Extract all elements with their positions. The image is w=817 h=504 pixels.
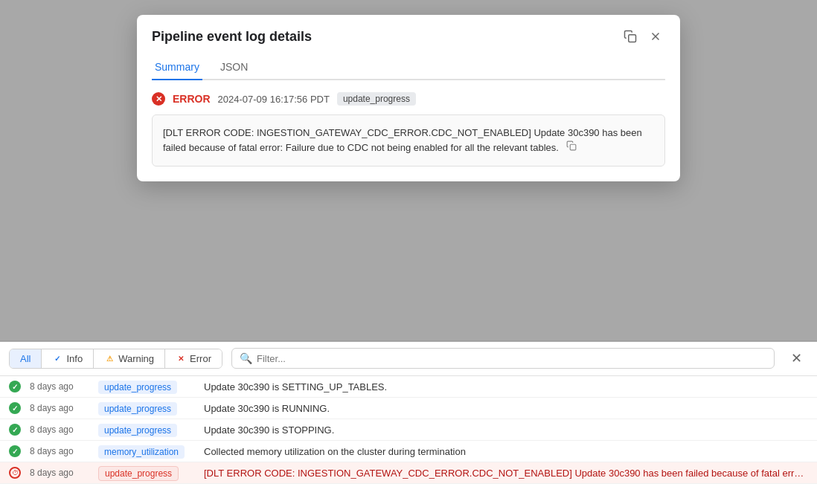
search-input[interactable]: [257, 353, 766, 364]
close-icon: [649, 30, 662, 43]
success-icon: ✓: [9, 402, 21, 414]
log-type: update_progress: [98, 424, 195, 436]
event-level: ERROR: [173, 93, 211, 105]
log-message: Update 30c390 is SETTING_UP_TABLES.: [204, 381, 808, 392]
log-type: update_progress: [98, 468, 195, 479]
filter-bar: All ✓ Info ⚠ Warning ✕ Error 🔍 ✕: [0, 341, 817, 376]
log-row[interactable]: ✓ 8 days ago memory_utilization Collecte…: [0, 441, 817, 462]
bottom-log-panel: All ✓ Info ⚠ Warning ✕ Error 🔍 ✕ ✓ 8 day…: [0, 340, 817, 504]
search-box: 🔍: [231, 348, 775, 369]
log-message: Update 30c390 is STOPPING.: [204, 424, 808, 436]
log-row[interactable]: ✓ 8 days ago update_progress Update 30c3…: [0, 398, 817, 419]
log-time: 8 days ago: [30, 468, 89, 478]
error-clock-icon: ⏱: [9, 467, 21, 479]
log-message: Update 30c390 is RUNNING.: [204, 403, 808, 414]
log-type: memory_utilization: [98, 446, 195, 457]
modal-header-actions: [621, 27, 665, 46]
success-icon: ✓: [9, 445, 21, 457]
filter-error-button[interactable]: ✕ Error: [165, 349, 222, 368]
error-label: Error: [190, 353, 211, 364]
modal-close-button[interactable]: [646, 27, 665, 46]
tab-json[interactable]: JSON: [217, 55, 251, 80]
modal-body: ✕ ERROR 2024-07-09 16:17:56 PDT update_p…: [137, 80, 680, 181]
search-icon: 🔍: [240, 352, 252, 364]
error-icon: ✕: [176, 353, 186, 364]
success-icon: ✓: [9, 424, 21, 436]
event-header: ✕ ERROR 2024-07-09 16:17:56 PDT update_p…: [152, 92, 665, 106]
warning-label: Warning: [118, 353, 154, 364]
filter-all-button[interactable]: All: [10, 349, 42, 368]
log-time: 8 days ago: [30, 403, 89, 413]
svg-rect-0: [629, 35, 636, 42]
log-row[interactable]: ✓ 8 days ago update_progress Update 30c3…: [0, 376, 817, 398]
log-table: ✓ 8 days ago update_progress Update 30c3…: [0, 376, 817, 484]
filter-button-group: All ✓ Info ⚠ Warning ✕ Error: [9, 349, 222, 369]
warning-icon: ⚠: [104, 353, 115, 364]
log-message: Collected memory utilization on the clus…: [204, 446, 808, 457]
log-row-error[interactable]: ⏱ 8 days ago update_progress [DLT ERROR …: [0, 462, 817, 484]
log-time: 8 days ago: [30, 381, 89, 392]
pipeline-event-log-modal: Pipeline event log details Summary JSON …: [137, 15, 680, 181]
copy-message-button[interactable]: [566, 140, 577, 155]
success-icon: ✓: [9, 381, 21, 392]
event-timestamp: 2024-07-09 16:17:56 PDT: [218, 94, 330, 105]
modal-title: Pipeline event log details: [152, 29, 312, 45]
copy-small-icon: [566, 140, 577, 151]
copy-icon: [624, 30, 637, 43]
log-time: 8 days ago: [30, 424, 89, 435]
modal-tabs: Summary JSON: [152, 55, 665, 80]
modal-header: Pipeline event log details: [137, 15, 680, 46]
log-type: update_progress: [98, 403, 195, 414]
log-time: 8 days ago: [30, 446, 89, 456]
info-icon: ✓: [52, 353, 63, 364]
svg-rect-3: [570, 145, 576, 151]
log-row[interactable]: ✓ 8 days ago update_progress Update 30c3…: [0, 419, 817, 441]
event-type-chip: update_progress: [337, 92, 416, 106]
copy-modal-button[interactable]: [621, 27, 640, 46]
error-circle-icon: ✕: [152, 92, 165, 106]
filter-info-button[interactable]: ✓ Info: [42, 349, 94, 368]
tab-summary[interactable]: Summary: [152, 55, 202, 80]
log-type: update_progress: [98, 381, 195, 392]
filter-warning-button[interactable]: ⚠ Warning: [94, 349, 165, 368]
log-message-error: [DLT ERROR CODE: INGESTION_GATEWAY_CDC_E…: [204, 468, 808, 479]
close-panel-button[interactable]: ✕: [785, 347, 808, 369]
info-label: Info: [66, 353, 83, 364]
error-message-box: [DLT ERROR CODE: INGESTION_GATEWAY_CDC_E…: [152, 114, 665, 167]
